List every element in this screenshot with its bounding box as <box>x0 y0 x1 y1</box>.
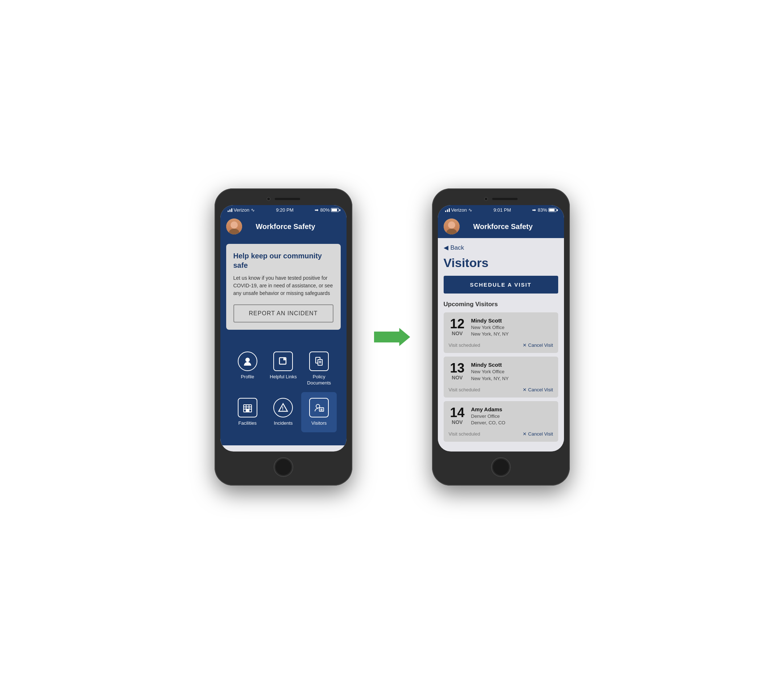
app-header-1: Workforce Safety <box>220 215 347 238</box>
cancel-x-icon-2: ✕ <box>523 431 527 436</box>
facilities-icon <box>238 398 257 418</box>
cancel-x-icon-1: ✕ <box>523 387 527 393</box>
schedule-visit-button[interactable]: SCHEDULE A VISIT <box>444 276 558 294</box>
home-button-2[interactable] <box>491 457 511 477</box>
visitor-info-1: Mindy Scott New York Office New York, NY… <box>471 362 553 382</box>
policy-docs-icon <box>309 351 329 371</box>
visitor-card-0-inner: 12 NOV Mindy Scott New York Office New Y… <box>449 317 553 337</box>
date-month-1: NOV <box>452 375 462 380</box>
screen2-content: ◀ Back Visitors SCHEDULE A VISIT Upcomin… <box>438 238 564 451</box>
phone-1-screen: Verizon ∿ 9:20 PM ➡ 80% Workforce Safety <box>220 205 347 452</box>
visitors-label: Visitors <box>311 420 327 427</box>
screen1-content: Help keep our community safe Let us know… <box>220 238 347 445</box>
cancel-visit-1[interactable]: ✕ Cancel Visit <box>523 387 553 393</box>
wifi-icon-1: ∿ <box>251 207 255 213</box>
back-arrow-icon: ◀ <box>444 244 448 252</box>
visitor-card-1-inner: 13 NOV Mindy Scott New York Office New Y… <box>449 362 553 382</box>
visitors-icon <box>309 398 329 418</box>
status-right-1: ➡ 80% <box>314 207 339 213</box>
cancel-label-0: Cancel Visit <box>528 342 553 348</box>
report-button[interactable]: REPORT AN INCIDENT <box>233 304 333 323</box>
battery-text-2: 83% <box>538 207 547 213</box>
cancel-visit-2[interactable]: ✕ Cancel Visit <box>523 431 553 436</box>
phone-2-top-bar <box>438 194 564 205</box>
nav-item-policy-docs[interactable]: Policy Documents <box>301 346 337 392</box>
upcoming-visitors-heading: Upcoming Visitors <box>444 301 558 308</box>
visitor-office-0: New York Office <box>471 324 553 331</box>
visitor-office-2: Denver Office <box>471 413 553 419</box>
visitor-city-0: New York, NY, NY <box>471 331 553 337</box>
avatar-1 <box>226 219 242 235</box>
card-footer-0: Visit scheduled ✕ Cancel Visit <box>449 340 553 348</box>
svg-point-0 <box>246 358 250 362</box>
location-icon-1: ➡ <box>314 207 319 213</box>
nav-item-incidents[interactable]: ! Incidents <box>265 392 301 432</box>
cancel-label-2: Cancel Visit <box>528 431 553 436</box>
visitor-card-0: 12 NOV Mindy Scott New York Office New Y… <box>444 312 558 353</box>
visitor-info-2: Amy Adams Denver Office Denver, CO, CO <box>471 406 553 426</box>
date-day-2: 14 <box>450 406 464 419</box>
incidents-icon: ! <box>273 398 293 418</box>
time-2: 9:01 PM <box>493 207 511 213</box>
nav-item-facilities[interactable]: Facilities <box>230 392 266 432</box>
signal-icon-2 <box>445 208 450 212</box>
visit-status-1: Visit scheduled <box>449 387 480 393</box>
front-camera-2 <box>484 197 488 201</box>
date-day-1: 13 <box>450 362 464 375</box>
avatar-face-2 <box>444 219 460 235</box>
svg-rect-11 <box>247 410 248 412</box>
visitor-city-1: New York, NY, NY <box>471 376 553 382</box>
battery-text-1: 80% <box>320 207 330 213</box>
card-footer-2: Visit scheduled ✕ Cancel Visit <box>449 429 553 436</box>
visitor-card-2-inner: 14 NOV Amy Adams Denver Office Denver, C… <box>449 406 553 426</box>
helpful-links-icon <box>273 351 293 371</box>
avatar-face-1 <box>226 219 242 235</box>
nav-grid: Profile Helpful Links <box>226 339 341 439</box>
battery-fill-1 <box>332 209 337 211</box>
green-arrow <box>374 328 410 346</box>
incident-body: Let us know if you have tested positive … <box>233 274 333 297</box>
helpful-links-label: Helpful Links <box>270 374 297 380</box>
home-button-1[interactable] <box>274 457 293 477</box>
nav-item-visitors[interactable]: Visitors <box>301 392 337 432</box>
status-left-2: Verizon ∿ <box>445 207 472 213</box>
date-day-0: 12 <box>450 317 464 331</box>
nav-item-profile[interactable]: Profile <box>230 346 266 392</box>
phone-2: Verizon ∿ 9:01 PM ➡ 83% Workforce Safety <box>432 188 570 486</box>
back-link[interactable]: ◀ Back <box>444 244 558 252</box>
time-1: 9:20 PM <box>276 207 293 213</box>
date-month-0: NOV <box>452 331 462 336</box>
cancel-visit-0[interactable]: ✕ Cancel Visit <box>523 342 553 348</box>
visitor-card-2: 14 NOV Amy Adams Denver Office Denver, C… <box>444 401 558 442</box>
visitor-name-2: Amy Adams <box>471 406 553 412</box>
speaker-1 <box>275 198 300 200</box>
date-block-0: 12 NOV <box>449 317 466 337</box>
visit-status-0: Visit scheduled <box>449 342 480 348</box>
policy-docs-label: Policy Documents <box>304 374 334 386</box>
battery-icon-2 <box>548 208 556 212</box>
cancel-label-1: Cancel Visit <box>528 387 553 393</box>
incident-card: Help keep our community safe Let us know… <box>226 244 341 330</box>
visitor-card-1: 13 NOV Mindy Scott New York Office New Y… <box>444 357 558 397</box>
visitor-name-1: Mindy Scott <box>471 362 553 368</box>
status-bar-1: Verizon ∿ 9:20 PM ➡ 80% <box>220 205 347 215</box>
app-title-2: Workforce Safety <box>464 222 542 231</box>
visitor-name-0: Mindy Scott <box>471 317 553 324</box>
front-camera-1 <box>267 197 271 201</box>
app-title-1: Workforce Safety <box>246 222 325 231</box>
phone-2-bottom <box>438 452 564 480</box>
visitor-office-1: New York Office <box>471 368 553 375</box>
phone-1: Verizon ∿ 9:20 PM ➡ 80% Workforce Safety <box>215 188 352 486</box>
status-bar-2: Verizon ∿ 9:01 PM ➡ 83% <box>438 205 564 215</box>
app-header-2: Workforce Safety <box>438 215 564 238</box>
phone-1-top-bar <box>220 194 347 205</box>
card-footer-1: Visit scheduled ✕ Cancel Visit <box>449 385 553 393</box>
scene: Verizon ∿ 9:20 PM ➡ 80% Workforce Safety <box>215 188 570 486</box>
status-left-1: Verizon ∿ <box>228 207 255 213</box>
svg-text:!: ! <box>282 405 284 411</box>
visitor-city-2: Denver, CO, CO <box>471 419 553 426</box>
carrier-2: Verizon <box>451 207 467 213</box>
location-icon-2: ➡ <box>532 207 536 213</box>
nav-item-helpful-links[interactable]: Helpful Links <box>265 346 301 392</box>
incidents-label: Incidents <box>274 420 292 427</box>
